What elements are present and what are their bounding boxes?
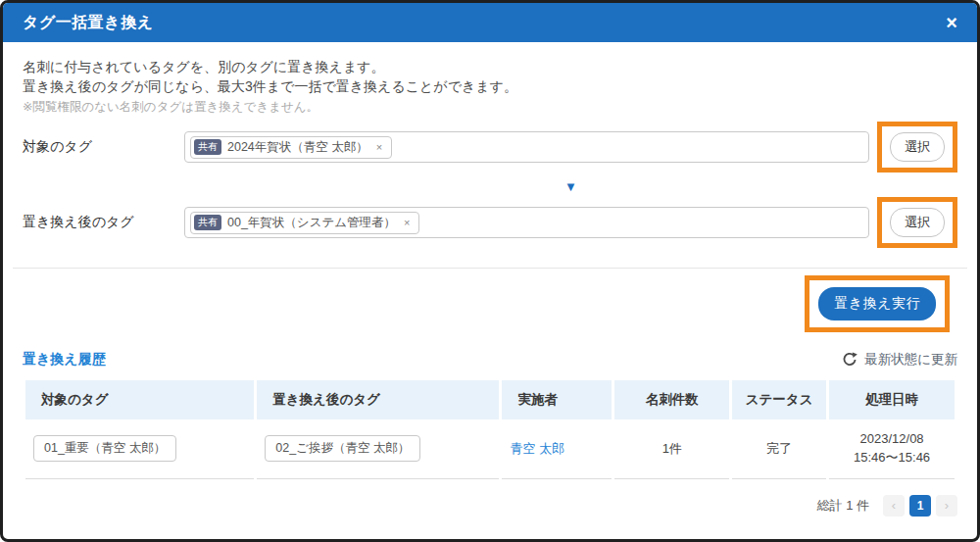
- history-table: 対象のタグ 置き換え後のタグ 実施者 名刺件数 ステータス 処理日時 01_重要…: [23, 380, 957, 479]
- target-tag-label: 置き換え後のタグ: [23, 214, 184, 231]
- datetime-time: 15:46〜15:46: [837, 449, 947, 468]
- cell-target-tag: 02_ご挨拶（青空 太郎）: [257, 419, 499, 479]
- table-header-row: 対象のタグ 置き換え後のタグ 実施者 名刺件数 ステータス 処理日時: [25, 380, 955, 419]
- remove-tag-icon[interactable]: ×: [376, 141, 382, 153]
- target-tag-row: 置き換え後のタグ 共有 00_年賀状（システム管理者） × 選択: [23, 197, 957, 248]
- shared-badge: 共有: [194, 139, 221, 155]
- arrow-down-icon: ▼: [564, 179, 577, 194]
- target-tag-name: 00_年賀状（システム管理者）: [227, 215, 396, 231]
- refresh-link[interactable]: 最新状態に更新: [842, 351, 957, 369]
- col-card-count: 名刺件数: [614, 380, 729, 419]
- description-line-1: 名刺に付与されているタグを、別のタグに置き換えます。: [23, 57, 957, 76]
- source-select-button[interactable]: 選択: [890, 132, 945, 162]
- history-source-tag-chip: 01_重要（青空 太郎）: [33, 435, 176, 462]
- refresh-label: 最新状態に更新: [864, 351, 957, 369]
- target-tag-chip: 共有 00_年賀状（システム管理者） ×: [190, 212, 419, 234]
- description-line-2: 置き換え後のタグが同じなら、最大3件まで一括で置き換えることができます。: [23, 76, 957, 96]
- pager-prev-button[interactable]: ‹: [883, 495, 905, 517]
- history-title: 置き換え履歴: [23, 351, 106, 369]
- table-footer: 総計 1 件 ‹ 1 ›: [23, 495, 957, 517]
- highlight-box: 置き換え実行: [805, 275, 950, 332]
- executor-link[interactable]: 青空 太郎: [510, 441, 564, 456]
- arrow-row: ▼: [23, 177, 957, 193]
- source-tag-name: 2024年賀状（青空 太郎）: [227, 139, 368, 156]
- col-target-tag: 置き換え後のタグ: [257, 380, 499, 419]
- history-target-tag-chip: 02_ご挨拶（青空 太郎）: [265, 435, 420, 462]
- datetime-date: 2023/12/08: [837, 430, 947, 449]
- source-tag-row: 対象のタグ 共有 2024年賀状（青空 太郎） × 選択: [23, 122, 957, 172]
- cell-status: 完了: [732, 419, 826, 479]
- source-tag-field[interactable]: 共有 2024年賀状（青空 太郎） ×: [184, 131, 869, 163]
- history-header: 置き換え履歴 最新状態に更新: [23, 351, 957, 369]
- divider: [13, 268, 967, 269]
- source-tag-chip: 共有 2024年賀状（青空 太郎） ×: [190, 136, 392, 159]
- source-tag-label: 対象のタグ: [23, 138, 184, 156]
- tag-replace-dialog: タグ一括置き換え × 名刺に付与されているタグを、別のタグに置き換えます。 置き…: [0, 0, 980, 542]
- table-row: 01_重要（青空 太郎） 02_ご挨拶（青空 太郎） 青空 太郎 1件 完了 2…: [25, 419, 955, 479]
- shared-badge: 共有: [194, 215, 221, 230]
- cell-card-count: 1件: [614, 419, 729, 479]
- total-count: 総計 1 件: [817, 497, 869, 515]
- highlight-box: 選択: [877, 197, 957, 248]
- dialog-header: タグ一括置き換え ×: [3, 3, 977, 42]
- target-tag-field[interactable]: 共有 00_年賀状（システム管理者） ×: [184, 207, 869, 238]
- pager-page-1[interactable]: 1: [909, 495, 931, 517]
- close-icon[interactable]: ×: [946, 13, 957, 32]
- remove-tag-icon[interactable]: ×: [404, 217, 410, 228]
- cell-executor: 青空 太郎: [502, 419, 612, 479]
- dialog-body: 名刺に付与されているタグを、別のタグに置き換えます。 置き換え後のタグが同じなら…: [3, 42, 977, 517]
- pager-next-button[interactable]: ›: [936, 495, 957, 517]
- col-datetime: 処理日時: [829, 380, 955, 419]
- col-executor: 実施者: [502, 380, 612, 419]
- description-note: ※閲覧権限のない名刺のタグは置き換えできません。: [23, 98, 957, 116]
- refresh-icon: [842, 352, 858, 368]
- execute-replace-button[interactable]: 置き換え実行: [818, 287, 936, 320]
- target-select-button[interactable]: 選択: [890, 208, 945, 237]
- col-status: ステータス: [732, 380, 826, 419]
- execute-row: 置き換え実行: [23, 275, 957, 332]
- cell-source-tag: 01_重要（青空 太郎）: [25, 419, 254, 479]
- highlight-box: 選択: [877, 122, 957, 172]
- dialog-title: タグ一括置き換え: [23, 13, 154, 33]
- pagination: ‹ 1 ›: [883, 495, 957, 517]
- cell-datetime: 2023/12/08 15:46〜15:46: [829, 419, 955, 479]
- col-source-tag: 対象のタグ: [25, 380, 254, 419]
